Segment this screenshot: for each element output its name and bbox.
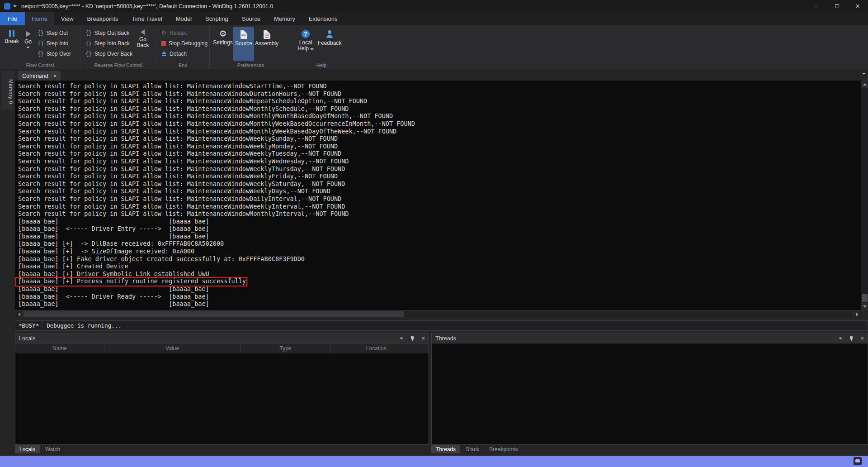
step-into-button[interactable]: Step Into — [35, 39, 73, 48]
menu-tab[interactable]: Scripting — [198, 12, 235, 25]
locals-close-icon[interactable] — [421, 335, 425, 342]
menu-tab[interactable]: Model — [169, 12, 198, 25]
command-horizontal-scrollbar[interactable] — [15, 310, 861, 318]
taskbar[interactable] — [0, 456, 868, 467]
command-line: [baaaa_bae] [baaaa_bae] — [18, 233, 861, 240]
local-help-button[interactable]: Local Help — [295, 27, 316, 61]
panel-tab[interactable]: Locals — [15, 445, 40, 453]
go-back-play-icon — [141, 29, 145, 35]
quick-access-caret-icon[interactable] — [13, 5, 17, 7]
step-out-back-icon — [85, 30, 92, 36]
step-into-back-button[interactable]: Step Into Back — [83, 39, 135, 48]
locals-menu-chevron-icon[interactable] — [400, 338, 403, 339]
restart-button[interactable]: Restart — [159, 29, 210, 37]
step-out-back-button[interactable]: Step Out Back — [83, 29, 135, 37]
menu-tab[interactable]: Extensions — [302, 12, 344, 25]
column-header[interactable]: Type — [241, 343, 331, 353]
minimize-button[interactable] — [806, 0, 826, 12]
ribbon-tab-bar: FileHomeViewBreakpointsTime TravelModelS… — [0, 12, 868, 25]
command-line: Search result for policy in SLAPI allow … — [18, 82, 861, 90]
command-line: [baaaa_bae] [+] Created Device — [18, 262, 861, 270]
scroll-right-arrow-icon — [856, 313, 859, 316]
command-line: Search result for policy in SLAPI allow … — [18, 203, 861, 210]
feedback-button[interactable]: Feedback — [316, 27, 343, 61]
restart-icon — [161, 29, 167, 36]
go-button[interactable]: Go — [21, 27, 35, 61]
detach-eject-icon — [161, 51, 167, 56]
command-tab[interactable]: Command — [18, 71, 61, 81]
threads-pin-icon[interactable] — [849, 336, 854, 342]
scroll-left-button[interactable] — [15, 311, 23, 318]
status-message: Debuggee is running... — [42, 321, 126, 330]
go-play-icon — [26, 31, 31, 37]
command-vertical-scrollbar[interactable] — [861, 81, 868, 310]
panel-tab[interactable]: Threads — [431, 445, 460, 453]
menu-tab[interactable]: View — [54, 12, 80, 25]
assembly-button[interactable]: Assembly — [254, 27, 279, 61]
threads-panel-body[interactable] — [431, 343, 868, 445]
command-line: Search result for policy in SLAPI allow … — [18, 172, 861, 180]
feedback-person-icon — [326, 30, 334, 38]
step-into-icon — [38, 40, 44, 47]
menu-tab[interactable]: Memory — [267, 12, 302, 25]
menu-tab[interactable]: Source — [235, 12, 267, 25]
command-line: Search result for policy in SLAPI allow … — [18, 105, 861, 113]
memory-0-docked-tab[interactable]: Memory 0 — [1, 71, 14, 110]
status-bar: *BUSY* Debuggee is running... — [15, 320, 868, 331]
command-tab-bar: Command — [15, 70, 868, 81]
scroll-up-button[interactable] — [861, 81, 868, 88]
step-over-button[interactable]: Step Over — [35, 49, 73, 58]
menu-tab[interactable]: File — [0, 12, 25, 25]
scroll-right-button[interactable] — [853, 311, 861, 318]
maximize-button[interactable] — [826, 0, 847, 12]
go-back-label: Go Back — [137, 36, 149, 48]
break-button[interactable]: Break — [3, 27, 21, 61]
stop-debugging-button[interactable]: Stop Debugging — [159, 39, 210, 48]
end-buttons-column: Restart Stop Debugging Detach — [159, 27, 210, 58]
panel-tab[interactable]: Stack — [461, 445, 484, 453]
locals-panel: Locals NameValueTypeLocation — [15, 334, 429, 445]
panel-tab[interactable]: Breakpoints — [485, 445, 522, 453]
help-question-icon — [302, 30, 310, 38]
source-button[interactable]: Source — [233, 27, 254, 61]
command-tab-close-icon[interactable] — [53, 73, 57, 79]
column-header[interactable]: Location — [331, 343, 422, 353]
step-over-back-button[interactable]: Step Over Back — [83, 49, 135, 58]
threads-panel-titlebar[interactable]: Threads — [431, 334, 868, 343]
locals-panel-title: Locals — [19, 335, 393, 342]
step-out-label: Step Out — [47, 30, 68, 36]
menu-tab[interactable]: Home — [25, 12, 54, 25]
command-window-menu-chevron-icon[interactable] — [862, 73, 866, 75]
feedback-label: Feedback — [318, 40, 342, 46]
locals-panel-body[interactable] — [15, 353, 429, 445]
command-output-area[interactable]: Search result for policy in SLAPI allow … — [15, 81, 861, 310]
close-button[interactable] — [847, 0, 868, 12]
detach-button[interactable]: Detach — [159, 49, 210, 58]
command-line: Search result for policy in SLAPI allow … — [18, 180, 861, 188]
menu-tab[interactable]: Breakpoints — [80, 12, 125, 25]
ribbon-group-help: Local Help Feedback Help — [292, 25, 351, 69]
go-dropdown-chevron-icon[interactable] — [26, 47, 30, 48]
ribbon-group-reverse-flow-control: Step Out Back Step Into Back Step Over B… — [80, 25, 156, 69]
chat-icon[interactable] — [854, 457, 862, 465]
vertical-scrollbar-thumb[interactable] — [862, 294, 868, 302]
step-out-button[interactable]: Step Out — [35, 29, 73, 37]
threads-menu-chevron-icon[interactable] — [839, 338, 842, 339]
column-header[interactable]: Name — [15, 343, 104, 353]
panel-tab[interactable]: Watch — [41, 445, 65, 453]
command-line: Search result for policy in SLAPI allow … — [18, 210, 861, 218]
scroll-down-arrow-icon — [863, 305, 867, 308]
locals-pin-icon[interactable] — [410, 336, 415, 342]
command-line: [baaaa_bae] [+] -> SizeOfImage received:… — [18, 248, 861, 255]
column-header[interactable]: Value — [104, 343, 241, 353]
command-line: Search result for policy in SLAPI allow … — [18, 165, 861, 173]
locals-panel-titlebar[interactable]: Locals — [15, 334, 429, 343]
menu-tab[interactable]: Time Travel — [125, 12, 169, 25]
command-line: Search result for policy in SLAPI allow … — [18, 195, 861, 203]
scroll-down-button[interactable] — [861, 303, 868, 310]
reverse-step-buttons-column: Step Out Back Step Into Back Step Over B… — [83, 27, 135, 58]
go-back-button[interactable]: Go Back — [135, 27, 151, 61]
horizontal-scrollbar-thumb[interactable] — [24, 311, 404, 317]
settings-button[interactable]: Settings — [212, 27, 233, 61]
threads-close-icon[interactable] — [860, 335, 864, 342]
